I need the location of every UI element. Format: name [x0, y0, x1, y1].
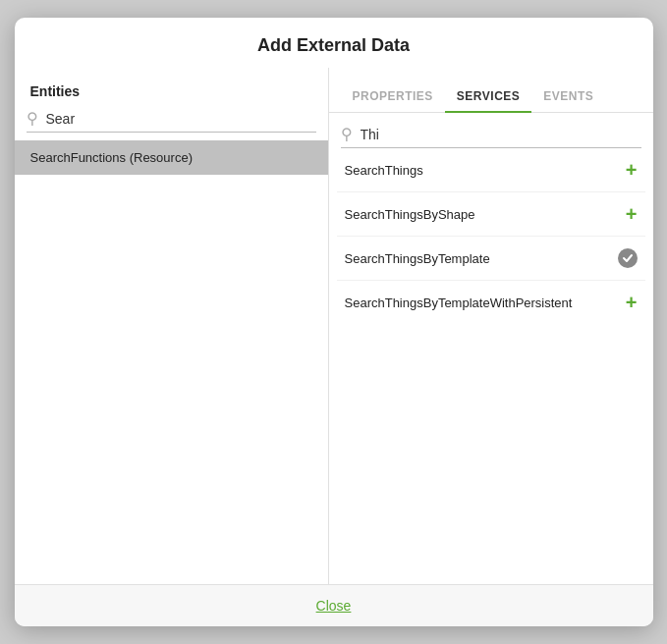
dialog-title: Add External Data	[257, 35, 410, 55]
right-panel: PROPERTIES SERVICES EVENTS ⚲ SearchThing…	[329, 68, 653, 584]
service-item-searchthingsbyshape[interactable]: SearchThingsByShape +	[337, 192, 645, 237]
add-service-icon[interactable]: +	[626, 204, 638, 224]
check-service-icon	[618, 248, 638, 268]
close-button[interactable]: Close	[316, 598, 352, 614]
entity-search-box: ⚲	[27, 109, 316, 133]
service-item-searchthingsbytemplatemwithpersistent[interactable]: SearchThingsByTemplateWithPersistent +	[337, 281, 645, 324]
add-external-data-dialog: Add External Data Entities ⚲ SearchFunct…	[15, 18, 653, 626]
dialog-header: Add External Data	[15, 18, 653, 68]
service-name: SearchThingsByTemplateWithPersistent	[345, 295, 573, 310]
service-item-searchthingsbytemplate[interactable]: SearchThingsByTemplate	[337, 237, 645, 281]
service-name: SearchThingsByShape	[345, 207, 475, 222]
tab-properties[interactable]: PROPERTIES	[341, 81, 445, 113]
service-search-box: ⚲	[341, 125, 641, 148]
service-name: SearchThings	[345, 163, 423, 178]
service-name: SearchThingsByTemplate	[345, 251, 490, 266]
tab-services[interactable]: SERVICES	[445, 81, 531, 113]
dialog-footer: Close	[15, 584, 653, 626]
dialog-body: Entities ⚲ SearchFunctions (Resource) PR…	[15, 68, 653, 584]
add-service-icon[interactable]: +	[626, 293, 638, 312]
entity-item[interactable]: SearchFunctions (Resource)	[15, 140, 328, 175]
service-item-searchthings[interactable]: SearchThings +	[337, 148, 645, 192]
add-service-icon[interactable]: +	[626, 160, 638, 180]
tab-events[interactable]: EVENTS	[531, 81, 605, 113]
entity-list: SearchFunctions (Resource)	[15, 140, 328, 584]
service-search-icon: ⚲	[341, 125, 353, 143]
entity-search-input[interactable]	[46, 111, 316, 127]
tabs: PROPERTIES SERVICES EVENTS	[329, 68, 653, 113]
entity-search-icon: ⚲	[27, 109, 38, 128]
service-search-input[interactable]	[361, 127, 641, 142]
entities-label: Entities	[15, 83, 328, 109]
left-panel: Entities ⚲ SearchFunctions (Resource)	[15, 68, 329, 584]
service-list: SearchThings + SearchThingsByShape + Sea…	[329, 148, 653, 584]
